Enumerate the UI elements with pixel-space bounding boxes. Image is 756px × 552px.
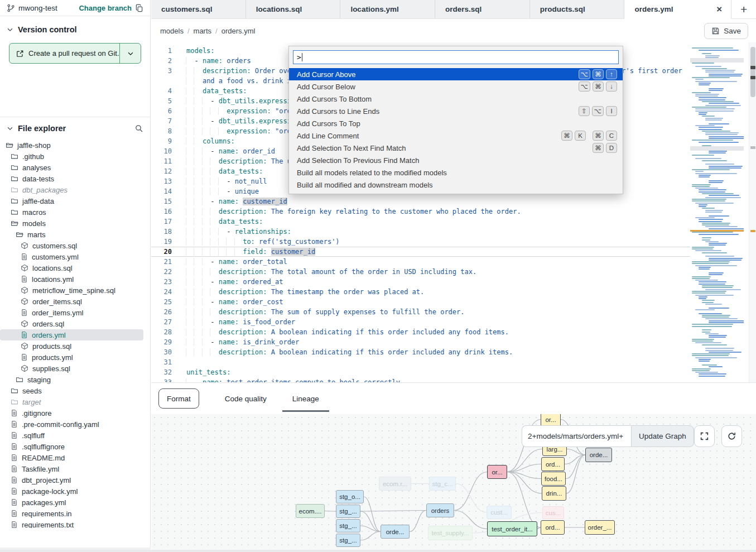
file-tree-item[interactable]: dbt_packages — [0, 184, 143, 195]
file-tree-item[interactable]: requirements.txt — [0, 519, 143, 528]
file-tree-item[interactable]: packages.yml — [0, 497, 143, 508]
code-line[interactable]: 31 — [151, 357, 690, 367]
code-line[interactable]: 17 data_tests: — [151, 217, 690, 227]
file-tree-item[interactable]: models — [0, 218, 143, 229]
file-tree-item[interactable]: order_items.yml — [0, 307, 143, 318]
lineage-node-ordy2[interactable]: ord... — [541, 520, 565, 535]
model-selector-input[interactable] — [522, 425, 631, 447]
code-line[interactable]: 29 - name: is_drink_order — [151, 337, 690, 347]
tab-locations-yml[interactable]: locations.yml — [340, 0, 435, 18]
file-tree-item[interactable]: customers.yml — [0, 251, 143, 262]
lineage-node-ordertar[interactable]: order_... — [585, 520, 615, 535]
lineage-node-stg_o[interactable]: stg_o... — [336, 490, 364, 503]
code-line[interactable]: 25 - name: order_cost — [151, 297, 690, 307]
lineage-node-drin[interactable]: drin... — [542, 486, 566, 501]
file-tree-item[interactable]: .gitignore — [0, 407, 143, 419]
code-line[interactable]: 22 description: The total amount of the … — [151, 267, 690, 277]
search-icon[interactable] — [134, 124, 143, 133]
code-line[interactable]: 23 - name: ordered_at — [151, 277, 690, 287]
code-line[interactable]: 18 - relationships: — [151, 227, 690, 237]
file-tree-item[interactable]: README.md — [0, 452, 143, 463]
palette-item[interactable]: Add Selection To Next Find Match⌘D — [289, 142, 623, 154]
file-tree-item[interactable]: marts — [0, 229, 143, 240]
code-line[interactable]: 15 - name: customer_id — [151, 196, 690, 207]
code-line[interactable]: 27 - name: is_food_order — [151, 317, 690, 327]
code-line[interactable]: 24 description: The timestamp the order … — [151, 287, 690, 297]
file-tree-item[interactable]: .sqlfluff — [0, 430, 143, 441]
refresh-button[interactable] — [721, 425, 742, 447]
file-tree-item[interactable]: requirements.in — [0, 508, 143, 519]
file-tree-item[interactable]: package-lock.yml — [0, 486, 143, 497]
palette-item[interactable]: Add Cursors to Line Ends⇧⌥I — [289, 105, 623, 117]
file-tree-item[interactable]: Taskfile.yml — [0, 463, 143, 474]
tab-orders-yml[interactable]: orders.yml× — [624, 0, 731, 19]
file-tree-item[interactable]: dbt_project.yml — [0, 474, 143, 486]
file-tree-item[interactable]: products.sql — [0, 340, 143, 352]
lineage-node-stgc[interactable]: stg_c... — [429, 477, 456, 491]
lineage-node-food[interactable]: food... — [541, 472, 566, 486]
palette-item[interactable]: Add Cursor Below⌥⌘↓ — [289, 80, 623, 93]
lineage-node-testord[interactable]: test_order_it... — [487, 521, 537, 536]
palette-item[interactable]: Add Cursors To Bottom — [289, 93, 623, 105]
file-tree-item[interactable]: macros — [0, 207, 143, 218]
file-tree-item[interactable]: analyses — [0, 162, 143, 173]
palette-item[interactable]: Add Cursor Above⌥⌘↑ — [289, 68, 623, 80]
code-line[interactable]: 20 field: customer_id — [151, 247, 690, 257]
palette-item[interactable]: Add Cursors To Top — [289, 117, 623, 129]
scrollbar-thumb[interactable] — [750, 47, 755, 97]
code-line[interactable]: 26 description: The sum of supply expens… — [151, 307, 690, 317]
file-tree-item[interactable]: seeds — [0, 385, 143, 396]
lineage-node-orders[interactable]: orders — [426, 503, 454, 517]
lineage-node-stg_b[interactable]: stg_... — [336, 519, 360, 532]
panel-tab-code-quality[interactable]: Code quality — [225, 383, 267, 414]
code-line[interactable]: 30 description: A boolean indicating if … — [151, 347, 690, 357]
file-tree-item[interactable]: staging — [0, 374, 143, 385]
code-line[interactable]: 21 - name: order_total — [151, 257, 690, 267]
lineage-panel[interactable]: ecom....stg_o...stg_...stg_...stg_...ord… — [151, 414, 756, 550]
editor-minimap[interactable] — [690, 46, 744, 381]
lineage-node-cusf[interactable]: cus... — [542, 506, 564, 519]
palette-item[interactable]: Build all modified and downstream models — [289, 179, 623, 191]
format-button[interactable]: Format — [158, 388, 199, 409]
file-tree-item[interactable]: orders.yml — [0, 329, 143, 340]
panel-tab-lineage[interactable]: Lineage — [292, 383, 319, 414]
tab-customers-sql[interactable]: customers.sql — [151, 0, 246, 18]
lineage-node-ecom1[interactable]: ecom.... — [296, 504, 325, 518]
code-editor[interactable]: 1models:2 - name: orders3 description: O… — [151, 42, 756, 382]
create-pr-button[interactable]: Create a pull request on Git... — [9, 44, 119, 63]
palette-item[interactable]: Add Selection To Previous Find Match — [289, 154, 623, 166]
breadcrumb-part[interactable]: orders.yml — [221, 27, 256, 35]
code-line[interactable]: 32unit_tests: — [151, 367, 690, 377]
file-tree-item[interactable]: products.yml — [0, 352, 143, 363]
file-tree-item[interactable]: target — [0, 396, 143, 407]
lineage-node-stg_c2[interactable]: stg_... — [336, 534, 360, 547]
palette-item[interactable]: Build all models related to the modified… — [289, 166, 623, 179]
file-tree-item[interactable]: orders.sql — [0, 318, 143, 329]
lineage-node-testsup[interactable]: test_supply... — [428, 526, 473, 540]
lineage-node-orpink[interactable]: or... — [487, 465, 507, 479]
create-pr-dropdown-button[interactable] — [119, 44, 141, 63]
file-tree-item[interactable]: customers.sql — [0, 240, 143, 251]
tab-close-icon[interactable]: × — [715, 4, 723, 14]
code-line[interactable]: 28 description: A boolean indicating if … — [151, 327, 690, 337]
file-tree-item[interactable]: locations.yml — [0, 273, 143, 285]
lineage-node-custf[interactable]: cust... — [487, 506, 512, 519]
lineage-node-oryel[interactable]: or... — [541, 414, 561, 426]
lineage-node-stg_a[interactable]: stg_... — [336, 505, 360, 518]
command-palette-input[interactable]: > — [293, 50, 619, 64]
code-line[interactable]: 33 - name: test_order_items_compute_to_b… — [151, 377, 690, 382]
palette-item[interactable]: Add Line Comment⌘K⌘C — [289, 129, 623, 142]
tab-orders-sql[interactable]: orders.sql — [435, 0, 530, 18]
copy-branch-icon[interactable] — [135, 4, 143, 12]
file-tree-item[interactable]: .pre-commit-config.yaml — [0, 419, 143, 430]
file-tree-item[interactable]: order_items.sql — [0, 296, 143, 307]
file-tree-item[interactable]: locations.sql — [0, 262, 143, 273]
fullscreen-button[interactable] — [694, 425, 715, 447]
file-tree-item[interactable]: data-tests — [0, 173, 143, 184]
lineage-node-orde1[interactable]: orde... — [381, 525, 410, 539]
version-control-header[interactable]: Version control — [0, 16, 150, 40]
save-button[interactable]: Save — [704, 23, 748, 39]
tab-locations-sql[interactable]: locations.sql — [246, 0, 341, 18]
lineage-node-ecomr[interactable]: ecom.r... — [379, 477, 411, 491]
breadcrumb-part[interactable]: models — [160, 27, 184, 35]
